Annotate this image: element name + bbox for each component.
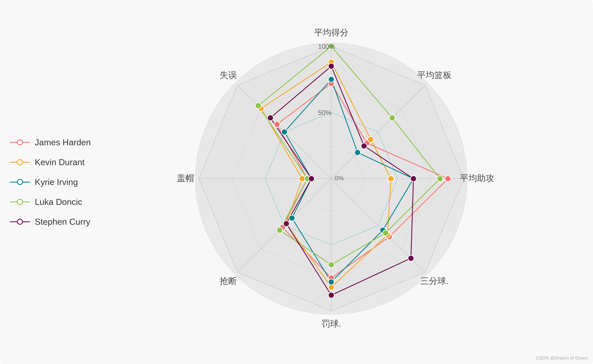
svg-point-28 [274, 121, 280, 127]
svg-text:平均得分: 平均得分 [314, 28, 348, 37]
svg-text:0%: 0% [335, 175, 344, 182]
legend-label: Luka Doncic [35, 197, 82, 207]
svg-point-46 [389, 115, 395, 121]
legend-item: Stephen Curry [10, 217, 91, 227]
svg-point-54 [361, 143, 367, 149]
svg-text:100%: 100% [318, 43, 335, 50]
legend-item: Kevin Durant [10, 157, 91, 167]
svg-text:盖帽: 盖帽 [177, 173, 194, 183]
svg-point-42 [289, 215, 295, 221]
legend-label: Stephen Curry [35, 217, 90, 227]
svg-point-30 [368, 136, 374, 142]
svg-point-23 [445, 176, 451, 182]
svg-point-55 [410, 176, 416, 182]
legend-item: James Harden [10, 137, 91, 147]
svg-point-53 [328, 63, 334, 69]
svg-point-31 [388, 176, 394, 182]
svg-point-44 [281, 129, 287, 135]
svg-text:平均助攻: 平均助攻 [460, 173, 494, 183]
svg-point-58 [283, 221, 289, 227]
legend-item: Luka Doncic [10, 197, 91, 207]
svg-point-56 [408, 255, 414, 261]
watermark: CSDN @Dream of Green [536, 355, 588, 361]
svg-point-41 [328, 279, 334, 285]
svg-point-59 [308, 176, 314, 182]
svg-point-52 [255, 103, 261, 109]
svg-point-37 [328, 77, 334, 82]
main-container: 平均得分平均篮板平均助攻三分球.罚球.抢断盖帽失误 0%50%100% Jame… [0, 0, 593, 364]
svg-point-49 [328, 262, 334, 268]
svg-text:三分球.: 三分球. [420, 276, 448, 286]
legend-item: Kyrie Irving [10, 177, 91, 187]
svg-point-60 [267, 115, 273, 121]
svg-point-57 [328, 292, 334, 298]
svg-point-48 [383, 230, 389, 236]
legend: James HardenKevin DurantKyrie IrvingLuka… [10, 137, 91, 227]
chart-area: 平均得分平均篮板平均助攻三分球.罚球.抢断盖帽失误 0%50%100% Jame… [0, 0, 593, 364]
svg-text:罚球.: 罚球. [321, 319, 341, 328]
svg-point-47 [437, 176, 443, 182]
svg-text:平均篮板: 平均篮板 [417, 70, 452, 80]
svg-point-50 [277, 227, 283, 233]
svg-point-38 [354, 150, 360, 156]
legend-label: James Harden [35, 137, 91, 147]
svg-text:失误: 失误 [220, 70, 237, 80]
svg-text:抢断: 抢断 [220, 276, 237, 286]
legend-label: Kevin Durant [35, 157, 85, 167]
svg-text:50%: 50% [318, 109, 331, 116]
legend-label: Kyrie Irving [35, 177, 78, 187]
